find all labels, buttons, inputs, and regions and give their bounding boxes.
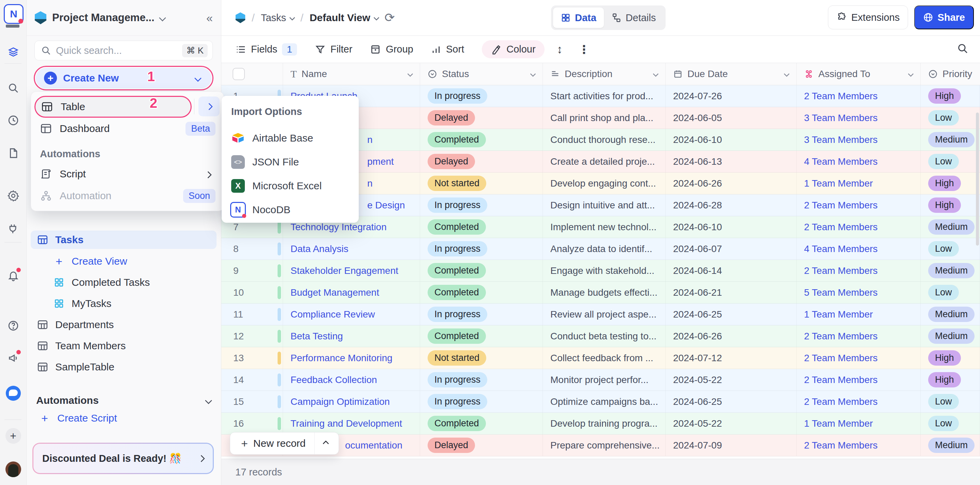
priority-badge[interactable]: High: [928, 88, 961, 104]
cell-status[interactable]: In progress: [420, 304, 543, 325]
script-submenu-chevron[interactable]: [205, 168, 215, 180]
cell-priority[interactable]: High: [921, 173, 980, 194]
cell-description[interactable]: Prepare comprehensive...: [543, 434, 666, 456]
cell-status[interactable]: Delayed: [420, 107, 543, 129]
sidebar-table-departments[interactable]: Departments: [31, 316, 216, 334]
priority-badge[interactable]: Medium: [928, 437, 975, 453]
priority-badge[interactable]: Low: [928, 154, 959, 169]
status-badge[interactable]: In progress: [428, 307, 487, 322]
cell-assigned-to[interactable]: 3 Team Members: [797, 129, 921, 150]
import-option-excel[interactable]: XMicrosoft Excel: [231, 174, 349, 198]
cell-priority[interactable]: Medium: [921, 325, 980, 347]
rail-recent-icon[interactable]: [0, 111, 26, 129]
assigned-link[interactable]: 3 Team Members: [804, 113, 878, 124]
cell-assigned-to[interactable]: 2 Team Members: [797, 391, 921, 412]
column-menu-chevron[interactable]: [908, 71, 914, 77]
rail-announcements-icon[interactable]: [0, 349, 26, 367]
cell-description[interactable]: Develop engaging cont...: [543, 173, 666, 194]
group-button[interactable]: Group: [370, 44, 413, 55]
cell-priority[interactable]: High: [921, 194, 980, 216]
sidebar-view-mytasks[interactable]: MyTasks: [31, 295, 216, 312]
assigned-link[interactable]: 2 Team Members: [804, 396, 878, 407]
status-badge[interactable]: In progress: [428, 372, 487, 388]
cell-due-date[interactable]: 2024-06-25: [666, 391, 797, 412]
grid-search-icon[interactable]: [957, 43, 969, 56]
cell-due-date[interactable]: 2024-06-14: [666, 260, 797, 281]
status-badge[interactable]: Completed: [428, 219, 486, 235]
refresh-icon[interactable]: ⟳: [385, 11, 395, 25]
column-menu-chevron[interactable]: [530, 71, 536, 77]
priority-badge[interactable]: Low: [928, 394, 959, 409]
cell-due-date[interactable]: 2024-06-26: [666, 325, 797, 347]
cell-priority[interactable]: Low: [921, 151, 980, 172]
cell-name[interactable]: Compliance Review: [283, 304, 420, 325]
cell-description[interactable]: Create a detailed proje...: [543, 151, 666, 172]
record-name-link[interactable]: Budget Management: [291, 287, 379, 298]
cell-assigned-to[interactable]: 2 Team Members: [797, 260, 921, 281]
cell-description[interactable]: Design intuitive and att...: [543, 194, 666, 216]
cell-assigned-to[interactable]: 4 Team Members: [797, 238, 921, 259]
create-new-button[interactable]: + Create New: [36, 68, 212, 88]
cell-priority[interactable]: High: [921, 85, 980, 107]
filter-button[interactable]: Filter: [315, 44, 352, 55]
sidebar-view-completed-tasks[interactable]: Completed Tasks: [31, 274, 216, 291]
cell-due-date[interactable]: 2024-06-25: [666, 304, 797, 325]
cell-description[interactable]: Collect feedback from ...: [543, 347, 666, 369]
nocodb-logo-icon[interactable]: N: [4, 4, 24, 24]
cell-priority[interactable]: Low: [921, 413, 980, 434]
status-badge[interactable]: Completed: [428, 416, 486, 431]
cell-priority[interactable]: Medium: [921, 129, 980, 150]
assigned-link[interactable]: 1 Team Member: [804, 418, 873, 429]
cell-due-date[interactable]: 2024-06-07: [666, 238, 797, 259]
workspace-chevron-down-icon[interactable]: [159, 14, 166, 21]
assigned-link[interactable]: 4 Team Members: [804, 243, 878, 254]
record-name-link[interactable]: Stakeholder Engagement: [291, 266, 398, 276]
automations-section-header[interactable]: Automations: [31, 391, 216, 409]
cell-due-date[interactable]: 2024-07-12: [666, 347, 797, 369]
sidebar-collapse-icon[interactable]: «: [206, 12, 213, 24]
assigned-link[interactable]: 2 Team Members: [804, 222, 878, 232]
assigned-link[interactable]: 1 Team Member: [804, 309, 873, 320]
assigned-link[interactable]: 1 Team Member: [804, 178, 873, 189]
cell-due-date[interactable]: 2024-05-22: [666, 413, 797, 434]
cell-status[interactable]: In progress: [420, 85, 543, 107]
toolbar-kebab-icon[interactable]: ⋮: [578, 43, 590, 56]
cell-status[interactable]: Completed: [420, 216, 543, 238]
cell-due-date[interactable]: 2024-06-10: [666, 216, 797, 238]
cell-description[interactable]: Develop training progra...: [543, 413, 666, 434]
rail-add-icon[interactable]: +: [0, 427, 26, 445]
status-badge[interactable]: Delayed: [428, 437, 475, 453]
status-badge[interactable]: Not started: [428, 176, 486, 191]
cell-priority[interactable]: Low: [921, 282, 980, 303]
tab-data[interactable]: Data: [553, 8, 604, 28]
record-name-link[interactable]: Compliance Review: [291, 309, 375, 320]
cell-assigned-to[interactable]: 2 Team Members: [797, 85, 921, 107]
cell-description[interactable]: Conduct thorough rese...: [543, 129, 666, 150]
cell-status[interactable]: Completed: [420, 260, 543, 281]
record-name-link[interactable]: Data Analysis: [291, 243, 348, 254]
cell-status[interactable]: In progress: [420, 369, 543, 391]
record-name-link[interactable]: Campaign Optimization: [291, 396, 390, 407]
rail-notifications-icon[interactable]: [0, 267, 26, 285]
colour-button[interactable]: Colour: [482, 40, 544, 58]
record-name-link[interactable]: Technology Integration: [291, 222, 387, 232]
table-submenu-chevron-button[interactable]: [199, 97, 220, 116]
breadcrumb-view[interactable]: Default View: [310, 12, 379, 24]
assigned-link[interactable]: 2 Team Members: [804, 200, 878, 211]
cell-status[interactable]: Completed: [420, 413, 543, 434]
cell-description[interactable]: Review all project aspe...: [543, 304, 666, 325]
sidebar-item-tasks[interactable]: Tasks: [31, 231, 216, 249]
status-badge[interactable]: Completed: [428, 132, 486, 147]
status-badge[interactable]: In progress: [428, 197, 487, 213]
priority-badge[interactable]: Medium: [928, 132, 975, 147]
cell-priority[interactable]: High: [921, 347, 980, 369]
cell-description[interactable]: Monitor project perfor...: [543, 369, 666, 391]
cell-description[interactable]: Call print shop and pla...: [543, 107, 666, 129]
quick-search-input[interactable]: Quick search... ⌘ K: [35, 41, 213, 60]
cell-status[interactable]: In progress: [420, 238, 543, 259]
cell-name[interactable]: Data Analysis: [283, 238, 420, 259]
cell-description[interactable]: Analyze data to identif...: [543, 238, 666, 259]
cell-status[interactable]: Not started: [420, 347, 543, 369]
cell-due-date[interactable]: 2024-06-10: [666, 129, 797, 150]
cell-assigned-to[interactable]: 1 Team Member: [797, 173, 921, 194]
